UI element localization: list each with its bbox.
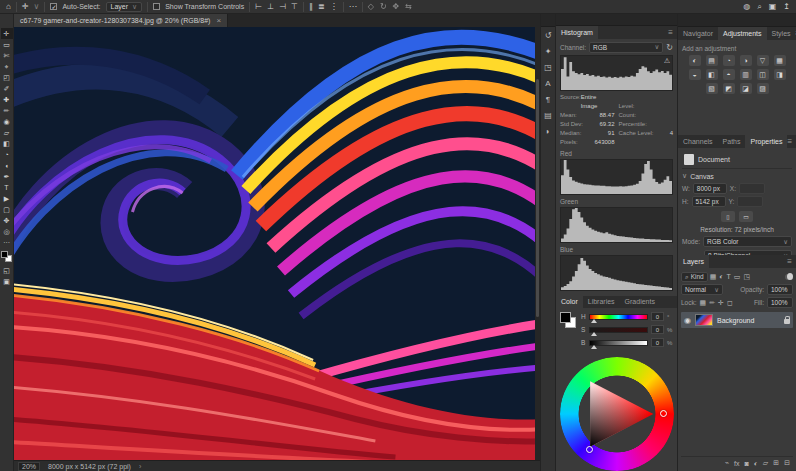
cloud-documents-icon[interactable]: ◍ <box>743 3 750 11</box>
link-layers-icon[interactable]: ⌁ <box>725 459 729 467</box>
tab-color[interactable]: Color <box>556 296 583 308</box>
hand-tool[interactable]: ✥ <box>1 215 13 226</box>
brightness-contrast-adjustment-icon[interactable]: ◐ <box>689 55 701 66</box>
status-arrow-icon[interactable]: › <box>139 463 141 470</box>
marquee-tool[interactable]: ▭ <box>1 39 13 50</box>
info-panel-icon[interactable]: ◗ <box>541 123 555 139</box>
flip-icon[interactable]: ⇆ <box>405 3 412 11</box>
red-histogram[interactable] <box>560 159 673 195</box>
hue-slider[interactable] <box>589 314 648 320</box>
chevron-down-icon[interactable]: ∨ <box>682 172 687 180</box>
canvas[interactable] <box>14 27 540 460</box>
history-panel-icon[interactable]: ↺ <box>541 27 555 43</box>
move-tool[interactable]: ✛ <box>1 28 13 39</box>
rgb-histogram[interactable]: ⚠ <box>560 55 673 91</box>
align-left-icon[interactable]: ⊢ <box>255 3 262 11</box>
foreground-color-swatch[interactable] <box>560 312 571 323</box>
blue-histogram[interactable] <box>560 255 673 291</box>
arrange-icon[interactable]: ◇ <box>368 3 374 11</box>
lock-artboard-icon[interactable]: ◻ <box>727 299 733 307</box>
align-right-icon[interactable]: ⊣ <box>279 3 286 11</box>
color-balance-adjustment-icon[interactable]: ◒ <box>689 69 701 80</box>
selective-color-adjustment-icon[interactable]: ▨ <box>757 83 769 94</box>
canvas-image[interactable] <box>14 27 540 460</box>
saturation-slider[interactable] <box>589 327 648 333</box>
black-white-adjustment-icon[interactable]: ◧ <box>706 69 718 80</box>
layer-lock-icon[interactable] <box>784 319 790 324</box>
lock-image-pixels-icon[interactable]: ✏ <box>709 299 715 307</box>
crop-tool[interactable]: ◰ <box>1 72 13 83</box>
invert-adjustment-icon[interactable]: ◨ <box>774 69 786 80</box>
share-icon[interactable]: ↥ <box>783 3 790 11</box>
blend-mode-select[interactable]: Normal∨ <box>681 284 723 295</box>
close-icon[interactable]: × <box>216 16 221 25</box>
layer-mask-icon[interactable]: ◙ <box>744 460 748 467</box>
auto-select-checkbox[interactable]: ✓ <box>50 3 57 10</box>
canvas-y-field[interactable] <box>737 196 763 207</box>
tab-libraries[interactable]: Libraries <box>583 296 620 308</box>
move-tool-icon[interactable]: ✛ <box>22 3 29 11</box>
edit-toolbar[interactable]: ⋯ <box>1 237 13 248</box>
distribute-h-icon[interactable]: ∥ <box>309 3 313 11</box>
threshold-adjustment-icon[interactable]: ◩ <box>723 83 735 94</box>
layer-row-background[interactable]: ◉ Background <box>681 312 793 328</box>
align-top-icon[interactable]: ⊤ <box>291 3 298 11</box>
tab-properties[interactable]: Properties <box>745 135 787 148</box>
rotate-view-icon[interactable]: ↻ <box>380 3 387 11</box>
canvas-width-field[interactable]: 8000 px <box>693 183 727 194</box>
blur-tool[interactable]: ◔ <box>1 149 13 160</box>
panel-menu-icon[interactable]: ≡ <box>787 135 796 148</box>
color-mode-select[interactable]: RGB Color∨ <box>703 236 792 247</box>
zoom-tool[interactable]: ◎ <box>1 226 13 237</box>
fill-field[interactable]: 100% <box>767 297 793 308</box>
quick-mask-button[interactable]: ◱ <box>1 265 13 276</box>
color-wheel[interactable] <box>560 357 674 471</box>
source-select[interactable]: Entire Image <box>581 93 615 111</box>
adjustment-layer-icon[interactable]: ◐ <box>754 460 758 467</box>
lock-transparent-pixels-icon[interactable]: ▦ <box>700 299 707 307</box>
tab-channels[interactable]: Channels <box>678 135 718 148</box>
layer-filter-toggle[interactable] <box>785 274 793 280</box>
color-swatches[interactable] <box>1 251 12 262</box>
layer-thumbnail[interactable] <box>695 314 713 326</box>
tab-layers[interactable]: Layers <box>678 255 709 268</box>
gradient-tool[interactable]: ◧ <box>1 138 13 149</box>
chevron-down-icon[interactable]: ∨ <box>34 2 40 11</box>
filter-type-layers-icon[interactable]: T <box>727 273 731 281</box>
zoom-level-field[interactable]: 20% <box>18 462 40 471</box>
levels-adjustment-icon[interactable]: ▤ <box>706 55 718 66</box>
foreground-color-swatch[interactable] <box>1 251 8 258</box>
clone-stamp-tool[interactable]: ◉ <box>1 116 13 127</box>
align-center-h-icon[interactable]: ⊥ <box>267 3 274 11</box>
eraser-tool[interactable]: ▱ <box>1 127 13 138</box>
type-tool[interactable]: T <box>1 182 13 193</box>
sb-selector[interactable] <box>586 446 593 453</box>
cached-data-warning-icon[interactable]: ⚠ <box>664 57 670 64</box>
refresh-histogram-icon[interactable]: ↻ <box>666 43 673 52</box>
orientation-landscape-button[interactable]: ▭ <box>739 211 753 222</box>
auto-select-target-dropdown[interactable]: Layer∨ <box>106 2 143 12</box>
gradient-map-adjustment-icon[interactable]: ◪ <box>740 83 752 94</box>
show-transform-checkbox[interactable] <box>153 3 160 10</box>
canvas-height-field[interactable]: 5142 px <box>692 196 726 207</box>
rectangle-tool[interactable]: ▢ <box>1 204 13 215</box>
document-info[interactable]: 8000 px x 5142 px (72 ppi) <box>48 463 131 470</box>
curves-adjustment-icon[interactable]: ◔ <box>723 55 735 66</box>
panel-menu-icon[interactable]: ≡ <box>787 255 796 268</box>
color-swatches[interactable] <box>560 312 576 328</box>
brush-settings-panel-icon[interactable]: ✦ <box>541 43 555 59</box>
color-lookup-adjustment-icon[interactable]: ◫ <box>757 69 769 80</box>
orientation-portrait-button[interactable]: ▯ <box>721 211 735 222</box>
filter-pixel-layers-icon[interactable]: ▦ <box>710 273 717 281</box>
document-tab[interactable]: c67-79 gamer-and-creator-1280307384.jpg … <box>14 14 228 27</box>
tab-adjustments[interactable]: Adjustments <box>718 27 767 40</box>
home-icon[interactable]: ⌂ <box>6 3 11 11</box>
clone-source-panel-icon[interactable]: ◳ <box>541 59 555 75</box>
brush-tool[interactable]: ✏ <box>1 105 13 116</box>
delete-layer-icon[interactable]: ⊟ <box>784 459 790 467</box>
layer-effects-icon[interactable]: fx <box>734 460 739 467</box>
panel-menu-icon[interactable]: ≡ <box>668 26 677 38</box>
object-selection-tool[interactable]: ⌖ <box>1 61 13 72</box>
filter-smart-objects-icon[interactable]: ◳ <box>743 273 750 281</box>
libraries-panel-icon[interactable]: ▤ <box>541 107 555 123</box>
